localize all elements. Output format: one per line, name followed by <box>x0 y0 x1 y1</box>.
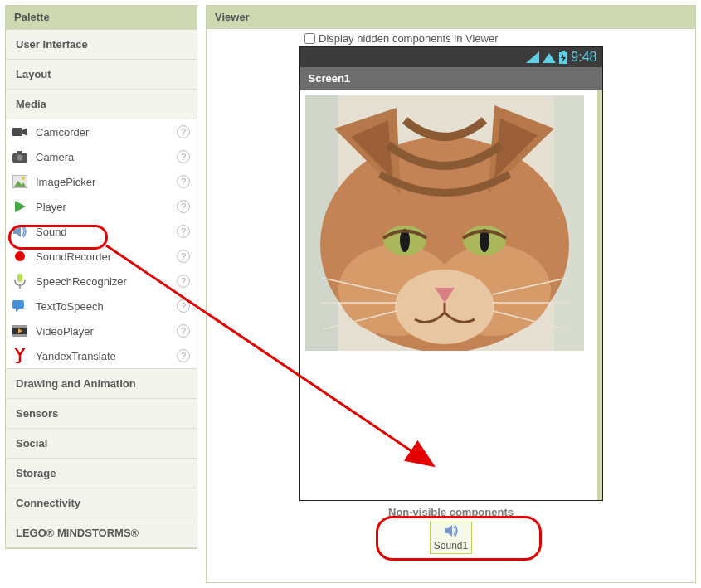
help-icon[interactable]: ? <box>177 324 190 338</box>
category-storage[interactable]: Storage <box>6 459 197 488</box>
screen-title: Screen1 <box>309 72 351 85</box>
display-hidden-checkbox[interactable] <box>304 33 315 44</box>
help-icon[interactable]: ? <box>177 299 190 313</box>
speech-recognizer-icon <box>12 274 27 289</box>
palette-item-imagepicker[interactable]: ImagePicker ? <box>6 169 197 194</box>
display-hidden-toggle[interactable]: Display hidden components in Viewer <box>304 32 499 45</box>
palette-item-camcorder[interactable]: Camcorder ? <box>6 119 197 144</box>
category-lego[interactable]: LEGO® MINDSTORMS® <box>6 518 197 548</box>
sound-recorder-icon <box>12 249 27 264</box>
palette-header: Palette <box>6 6 197 29</box>
palette-item-label: Camera <box>36 151 168 163</box>
svg-rect-22 <box>562 51 565 52</box>
category-user-interface[interactable]: User Interface <box>6 29 197 60</box>
palette-item-camera[interactable]: Camera ? <box>6 144 197 169</box>
signal-icon <box>526 51 539 63</box>
palette-item-yandextranslate[interactable]: YandexTranslate ? <box>6 343 197 368</box>
svg-marker-9 <box>13 226 21 237</box>
palette-item-label: YandexTranslate <box>36 350 168 362</box>
help-icon[interactable]: ? <box>177 275 190 288</box>
help-icon[interactable]: ? <box>177 175 190 188</box>
svg-marker-19 <box>526 51 539 63</box>
category-layout[interactable]: Layout <box>6 60 197 90</box>
svg-marker-20 <box>543 53 556 63</box>
help-icon[interactable]: ? <box>177 125 190 138</box>
cat-image-component[interactable] <box>305 95 584 351</box>
palette-item-label: ImagePicker <box>36 176 168 188</box>
display-hidden-label: Display hidden components in Viewer <box>319 32 499 45</box>
palette-item-soundrecorder[interactable]: SoundRecorder ? <box>6 244 197 269</box>
text-to-speech-icon <box>12 299 27 313</box>
svg-marker-8 <box>15 201 26 212</box>
camcorder-icon <box>12 124 27 139</box>
svg-rect-13 <box>12 300 24 309</box>
status-time: 9:48 <box>571 50 596 65</box>
palette-item-speechrecognizer[interactable]: SpeechRecognizer ? <box>6 269 197 294</box>
nonvisible-components-label: Non-visible components <box>388 506 514 518</box>
palette-item-label: Sound <box>36 226 168 238</box>
category-social[interactable]: Social <box>6 429 197 459</box>
category-sensors[interactable]: Sensors <box>6 399 197 429</box>
palette-item-label: Player <box>36 201 168 213</box>
media-items-list: Camcorder ? Camera ? ImagePicker ? Playe… <box>6 119 197 368</box>
help-icon[interactable]: ? <box>177 250 190 263</box>
palette-item-label: TextToSpeech <box>36 300 168 313</box>
help-icon[interactable]: ? <box>177 200 190 213</box>
svg-rect-11 <box>17 274 22 282</box>
player-icon <box>12 199 27 214</box>
help-icon[interactable]: ? <box>177 150 190 163</box>
phone-status-bar: 9:48 <box>300 47 602 67</box>
viewer-header: Viewer <box>207 6 695 29</box>
category-connectivity[interactable]: Connectivity <box>6 488 197 518</box>
svg-rect-3 <box>17 151 22 154</box>
sound-icon <box>12 224 27 239</box>
palette-item-label: SoundRecorder <box>36 250 168 263</box>
nonvisible-component-label: Sound1 <box>434 540 468 552</box>
palette-item-texttospeech[interactable]: TextToSpeech ? <box>6 294 197 318</box>
image-picker-icon <box>12 174 27 189</box>
svg-point-10 <box>15 251 25 261</box>
help-icon[interactable]: ? <box>177 349 190 362</box>
svg-point-4 <box>17 155 23 161</box>
svg-marker-1 <box>22 128 27 136</box>
battery-icon <box>559 51 567 64</box>
svg-marker-41 <box>445 525 452 537</box>
nonvisible-component-sound1[interactable]: Sound1 <box>430 522 472 554</box>
sound-icon <box>444 524 459 540</box>
palette-panel: Palette User Interface Layout Media Camc… <box>5 5 197 549</box>
svg-point-7 <box>22 177 25 180</box>
wifi-icon <box>543 51 556 63</box>
yandex-translate-icon <box>12 348 27 363</box>
viewer-body: Display hidden components in Viewer 9:48… <box>207 29 695 582</box>
svg-rect-16 <box>12 325 27 328</box>
phone-preview: 9:48 Screen1 <box>299 46 603 501</box>
svg-rect-17 <box>12 334 27 337</box>
svg-marker-14 <box>16 309 20 312</box>
help-icon[interactable]: ? <box>177 225 190 238</box>
svg-rect-0 <box>12 128 22 136</box>
screen-canvas[interactable] <box>300 90 602 500</box>
category-drawing-animation[interactable]: Drawing and Animation <box>6 368 197 399</box>
video-player-icon <box>12 323 27 338</box>
palette-item-player[interactable]: Player ? <box>6 194 197 219</box>
palette-item-label: VideoPlayer <box>36 325 168 338</box>
palette-item-sound[interactable]: Sound ? <box>6 219 197 244</box>
screen-title-bar: Screen1 <box>300 67 602 90</box>
camera-icon <box>12 149 27 164</box>
palette-item-label: Camcorder <box>36 126 168 138</box>
category-media[interactable]: Media <box>6 90 197 119</box>
palette-item-label: SpeechRecognizer <box>36 275 168 288</box>
viewer-panel: Viewer Display hidden components in View… <box>206 5 696 583</box>
palette-item-videoplayer[interactable]: VideoPlayer ? <box>6 318 197 343</box>
